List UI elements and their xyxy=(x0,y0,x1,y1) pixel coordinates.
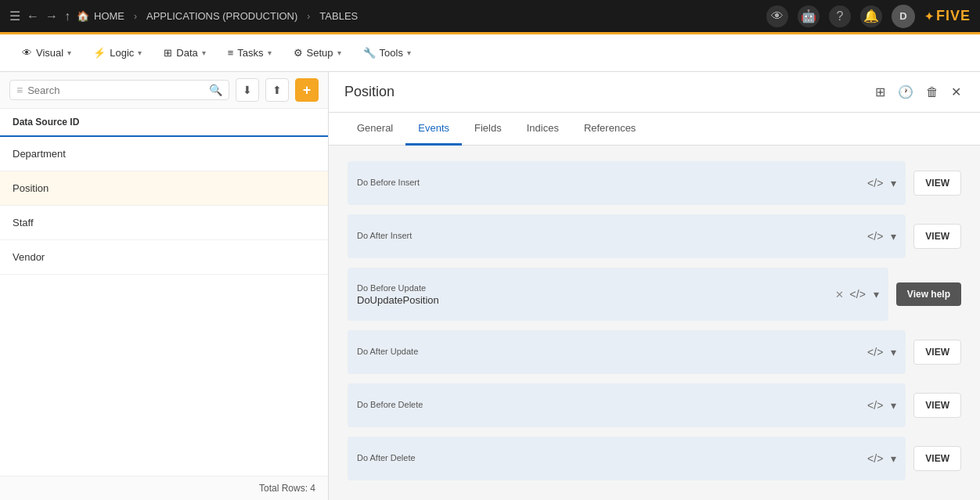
code-icon-after-update[interactable]: </> xyxy=(866,344,885,360)
code-icon-after-delete[interactable]: </> xyxy=(866,451,885,466)
help-icon-btn[interactable]: ? xyxy=(829,5,851,27)
table-row[interactable]: Department xyxy=(0,137,328,171)
sidebar-toolbar: ≡ 🔍 ⬇ ⬆ + xyxy=(0,72,328,109)
history-icon[interactable]: 🕐 xyxy=(895,81,917,103)
event-field-before-delete: Do Before Delete </> ▾ xyxy=(348,383,906,427)
content-header-actions: ⊞ 🕐 🗑 ✕ xyxy=(872,81,964,103)
page-title: Position xyxy=(344,84,395,100)
event-row-after-insert: Do After Insert </> ▾ VIEW xyxy=(348,214,961,258)
tab-general[interactable]: General xyxy=(344,113,405,146)
clear-icon-before-update[interactable]: ✕ xyxy=(835,289,844,300)
event-row-before-delete: Do Before Delete </> ▾ VIEW xyxy=(348,383,961,427)
view-button-after-insert[interactable]: VIEW xyxy=(913,224,961,249)
tab-events[interactable]: Events xyxy=(405,113,462,146)
up-arrow-icon[interactable]: ↑ xyxy=(64,9,70,23)
eye-icon-btn[interactable]: 👁 xyxy=(766,5,788,27)
search-container: ≡ 🔍 xyxy=(9,80,229,100)
code-icon-before-insert[interactable]: </> xyxy=(866,175,885,191)
download-icon-btn[interactable]: ⬇ xyxy=(236,78,259,102)
view-button-before-delete[interactable]: VIEW xyxy=(913,393,961,418)
expand-icon-after-delete[interactable]: ▾ xyxy=(889,451,898,466)
view-button-before-insert[interactable]: VIEW xyxy=(913,171,961,196)
event-after-insert-actions: </> ▾ xyxy=(866,228,898,244)
home-icon: 🏠 xyxy=(77,10,89,22)
logic-dropdown-arrow: ▾ xyxy=(138,49,142,57)
menu-item-logic[interactable]: ⚡ Logic ▾ xyxy=(84,42,151,63)
data-menu-icon: ⊞ xyxy=(164,47,172,59)
code-icon-before-update[interactable]: </> xyxy=(848,286,867,302)
menu-bar: 👁 Visual ▾ ⚡ Logic ▾ ⊞ Data ▾ ≡ Tasks ▾ … xyxy=(0,34,980,72)
menu-item-tasks[interactable]: ≡ Tasks ▾ xyxy=(218,42,281,63)
table-row[interactable]: Staff xyxy=(0,206,328,240)
eye-menu-icon: 👁 xyxy=(22,47,32,59)
events-content: Do Before Insert </> ▾ VIEW Do After Ins… xyxy=(329,146,980,500)
back-arrow-icon[interactable]: ← xyxy=(27,9,39,23)
event-after-delete-actions: </> ▾ xyxy=(866,451,898,466)
tabs-bar: General Events Fields Indices References xyxy=(329,113,980,146)
breadcrumb-tables[interactable]: TABLES xyxy=(319,10,358,22)
robot-icon-btn[interactable]: 🤖 xyxy=(798,5,820,27)
sidebar: ≡ 🔍 ⬇ ⬆ + Data Source ID Department Posi… xyxy=(0,72,329,500)
grid-view-icon[interactable]: ⊞ xyxy=(872,81,888,103)
main-layout: ≡ 🔍 ⬇ ⬆ + Data Source ID Department Posi… xyxy=(0,72,980,500)
expand-icon-after-insert[interactable]: ▾ xyxy=(889,228,898,244)
event-field-before-update: Do Before Update DoUpdatePosition ✕ </> … xyxy=(348,268,888,321)
event-after-update-actions: </> ▾ xyxy=(866,344,898,360)
event-before-update-actions: ✕ </> ▾ xyxy=(835,286,881,302)
tools-menu-icon: 🔧 xyxy=(363,47,376,59)
breadcrumb-sep-2: › xyxy=(307,11,310,22)
expand-icon-after-update[interactable]: ▾ xyxy=(889,344,898,360)
five-logo: ✦FIVE xyxy=(924,8,971,24)
tab-indices[interactable]: Indices xyxy=(514,113,571,146)
close-icon[interactable]: ✕ xyxy=(948,81,964,103)
search-input[interactable] xyxy=(27,85,204,96)
sidebar-footer: Total Rows: 4 xyxy=(0,476,328,500)
expand-icon-before-insert[interactable]: ▾ xyxy=(889,175,898,191)
content-header: Position ⊞ 🕐 🗑 ✕ xyxy=(329,72,980,113)
breadcrumb-home[interactable]: 🏠 HOME xyxy=(77,10,124,22)
breadcrumb-applications[interactable]: APPLICATIONS (PRODUCTION) xyxy=(146,10,297,22)
expand-icon-before-update[interactable]: ▾ xyxy=(872,286,881,302)
view-button-after-update[interactable]: VIEW xyxy=(913,340,961,365)
notification-icon-btn[interactable]: 🔔 xyxy=(860,5,882,27)
table-row[interactable]: Vendor xyxy=(0,240,328,275)
breadcrumb-sep-1: › xyxy=(134,11,137,22)
setup-dropdown-arrow: ▾ xyxy=(337,49,341,57)
event-row-after-update: Do After Update </> ▾ VIEW xyxy=(348,330,961,374)
event-field-before-insert: Do Before Insert </> ▾ xyxy=(348,161,906,205)
event-field-after-insert: Do After Insert </> ▾ xyxy=(348,214,906,258)
tasks-menu-icon: ≡ xyxy=(228,47,234,59)
filter-icon: ≡ xyxy=(16,84,23,96)
logic-menu-icon: ⚡ xyxy=(93,47,106,59)
code-icon-after-insert[interactable]: </> xyxy=(866,228,885,244)
code-icon-before-delete[interactable]: </> xyxy=(866,397,885,413)
table-row[interactable]: Position xyxy=(0,171,328,206)
event-row-before-update: Do Before Update DoUpdatePosition ✕ </> … xyxy=(348,268,961,321)
menu-item-tools[interactable]: 🔧 Tools ▾ xyxy=(354,42,420,63)
event-before-delete-actions: </> ▾ xyxy=(866,397,898,413)
tab-fields[interactable]: Fields xyxy=(462,113,514,146)
user-avatar[interactable]: D xyxy=(892,5,915,28)
delete-icon[interactable]: 🗑 xyxy=(923,82,942,103)
tab-references[interactable]: References xyxy=(571,113,648,146)
setup-menu-icon: ⚙ xyxy=(294,47,303,59)
sidebar-column-header: Data Source ID xyxy=(0,109,328,137)
menu-item-setup[interactable]: ⚙ Setup ▾ xyxy=(284,42,351,63)
forward-arrow-icon[interactable]: → xyxy=(45,9,58,23)
data-dropdown-arrow: ▾ xyxy=(202,49,206,57)
event-row-before-insert: Do Before Insert </> ▾ VIEW xyxy=(348,161,961,205)
expand-icon-before-delete[interactable]: ▾ xyxy=(889,397,898,413)
share-icon-btn[interactable]: ⬆ xyxy=(265,78,289,102)
add-button[interactable]: + xyxy=(295,78,319,102)
menu-item-visual[interactable]: 👁 Visual ▾ xyxy=(13,42,81,63)
content-area: Position ⊞ 🕐 🗑 ✕ General Events Fields I… xyxy=(329,72,980,500)
hamburger-menu-icon[interactable]: ☰ xyxy=(9,9,20,23)
tasks-dropdown-arrow: ▾ xyxy=(268,49,272,57)
event-field-after-update: Do After Update </> ▾ xyxy=(348,330,906,374)
top-navigation-bar: ☰ ← → ↑ 🏠 HOME › APPLICATIONS (PRODUCTIO… xyxy=(0,0,980,34)
view-help-button[interactable]: View help xyxy=(896,282,961,306)
view-button-after-delete[interactable]: VIEW xyxy=(913,446,961,471)
menu-item-data[interactable]: ⊞ Data ▾ xyxy=(154,42,214,63)
search-icon: 🔍 xyxy=(209,84,222,96)
tools-dropdown-arrow: ▾ xyxy=(407,49,411,57)
